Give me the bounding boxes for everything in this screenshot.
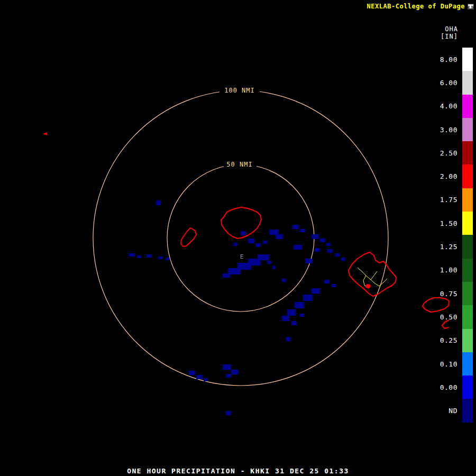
precip-echo: [312, 288, 320, 294]
legend-value-label: 0.75: [440, 290, 457, 298]
precip-echo: [305, 259, 313, 263]
precip-echo: [196, 375, 203, 379]
legend-color-swatch: [462, 376, 473, 399]
precip-echo: [282, 279, 286, 282]
legend-row: 1.50: [440, 212, 473, 235]
legend-value-label: 2.50: [440, 149, 457, 157]
precip-echo: [129, 253, 135, 257]
legend-color-swatch: [462, 188, 473, 212]
legend-row: 1.75: [440, 188, 473, 212]
precip-echo: [327, 249, 333, 253]
brand: NEXLAB-College of DuPage: [367, 3, 474, 10]
precip-echo: [263, 241, 267, 244]
legend-row: 0.10: [440, 352, 473, 376]
legend-value-label: 3.00: [440, 126, 457, 134]
legend-value-label: 6.00: [440, 79, 457, 87]
legend-color-swatch: [462, 235, 473, 258]
legend-row: 0.25: [440, 329, 473, 352]
legend-row: 0.50: [440, 305, 473, 328]
legend-value-label: 1.50: [440, 219, 457, 227]
precip-echo: [295, 302, 304, 308]
legend-value-label: 0.50: [440, 313, 457, 321]
cod-logo-icon: [468, 3, 474, 10]
island-niihau: [181, 228, 196, 246]
legend-color-swatch: [462, 399, 473, 422]
oahu-red-marker: [365, 284, 371, 288]
precip-echo: [287, 309, 296, 316]
island-oahu: [349, 252, 396, 296]
station-marker-label: E: [240, 253, 244, 260]
legend-value-label: ND: [448, 407, 457, 415]
precip-echo: [291, 321, 297, 325]
legend-color-swatch: [462, 118, 473, 141]
precip-echo: [226, 374, 231, 378]
precip-echo: [189, 371, 195, 375]
legend-value-label: 0.10: [440, 360, 457, 368]
legend-row: 1.00: [440, 259, 473, 282]
precip-echo: [286, 337, 291, 341]
legend-title: OHA: [441, 25, 458, 33]
legend-value-label: 0.25: [440, 336, 457, 344]
legend-row: 0.75: [440, 282, 473, 305]
legend-color-swatch: [462, 212, 473, 235]
legend-value-label: 8.00: [440, 56, 457, 63]
precip-echo: [241, 231, 246, 235]
ring-label-100nmi: 100 NMI: [224, 87, 255, 94]
precip-echo: [223, 364, 231, 370]
legend-row: 1.25: [440, 235, 473, 258]
precip-echo: [223, 273, 230, 278]
legend-row: ND: [440, 399, 473, 422]
precip-echo: [320, 239, 325, 242]
legend-value-label: 1.75: [440, 196, 457, 204]
precip-echo: [312, 234, 319, 239]
precip-echo: [231, 370, 239, 374]
precip-echo: [303, 295, 313, 301]
legend-color-swatch: [462, 95, 473, 118]
legend-value-label: 4.00: [440, 102, 457, 110]
precip-echo: [156, 200, 161, 205]
legend-color-swatch: [462, 352, 473, 376]
legend-row: 0.00: [440, 376, 473, 399]
precip-echo: [282, 316, 289, 321]
precip-echo: [332, 284, 336, 287]
legend-row: 4.00: [440, 95, 473, 118]
precip-echo: [335, 253, 340, 257]
legend-color-swatch: [462, 164, 473, 188]
legend-row: 8.00: [440, 48, 473, 71]
legend-value-label: 2.00: [440, 172, 457, 180]
precip-echo: [300, 314, 304, 317]
legend-color-swatch: [462, 71, 473, 94]
legend-row: 2.50: [440, 141, 473, 164]
legend-color-swatch: [462, 329, 473, 352]
precip-echo: [272, 266, 276, 269]
precip-echo: [226, 411, 231, 415]
left-edge-red-fragment: [43, 132, 47, 135]
legend-color-swatch: [462, 141, 473, 164]
precip-echo: [233, 243, 237, 246]
precip-echo: [292, 225, 299, 229]
legend-value-label: 1.25: [440, 243, 457, 251]
precip-echo: [248, 239, 254, 243]
precip-echo: [315, 248, 320, 252]
precip-echo: [166, 258, 169, 260]
precip-echo: [294, 245, 302, 250]
legend-row: 3.00: [440, 118, 473, 141]
island-outlines: [181, 207, 449, 328]
legend-row: 6.00: [440, 71, 473, 94]
precip-echo: [300, 229, 305, 232]
legend-color-swatch: [462, 48, 473, 71]
precip-echoes: [129, 200, 345, 415]
precip-echo: [158, 257, 163, 259]
precip-echo: [137, 255, 141, 258]
legend-color-swatch: [462, 282, 473, 305]
legend: 8.006.004.003.002.502.001.751.501.251.00…: [440, 48, 473, 423]
legend-color-swatch: [462, 259, 473, 282]
precip-echo: [341, 258, 345, 261]
precip-echo: [147, 254, 152, 258]
product-caption: ONE HOUR PRECIPITATION - KHKI 31 DEC 25 …: [0, 467, 476, 475]
precip-echo: [326, 243, 331, 246]
legend-color-swatch: [462, 305, 473, 328]
precip-echo: [276, 234, 283, 239]
precip-echo: [267, 261, 271, 264]
legend-units: [IN]: [441, 33, 458, 40]
